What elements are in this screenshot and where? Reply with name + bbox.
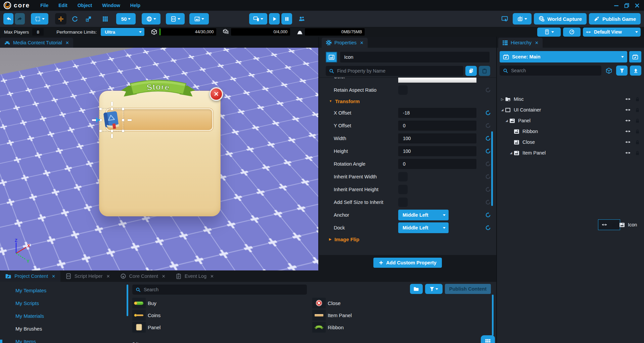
scene-manager-button[interactable] xyxy=(629,51,641,62)
menu-help[interactable]: Help xyxy=(125,3,145,8)
reset-icon[interactable] xyxy=(485,136,491,141)
visibility-eye-icon[interactable] xyxy=(625,96,631,102)
script-tool-dropdown[interactable] xyxy=(166,13,185,25)
new-folder-button[interactable] xyxy=(410,284,423,294)
close-tab-icon[interactable]: ✕ xyxy=(535,40,539,45)
visibility-eye-icon[interactable] xyxy=(601,222,607,228)
menu-object[interactable]: Object xyxy=(73,3,97,8)
filter-dropdown[interactable] xyxy=(425,284,443,294)
grid-snap-button[interactable] xyxy=(100,13,110,25)
play-button[interactable] xyxy=(269,13,280,25)
scene-3d-view[interactable]: Store ✕ xyxy=(0,48,318,270)
section-image-flip[interactable]: ▶ Image Flip xyxy=(319,234,496,244)
asset-item-panel[interactable]: Item Panel xyxy=(312,309,492,321)
find-property-searchbox[interactable] xyxy=(326,66,463,76)
reset-icon[interactable] xyxy=(485,87,491,93)
width-field[interactable]: 100 xyxy=(398,133,476,143)
default-view-dropdown[interactable]: Default View xyxy=(583,28,641,37)
content-scrollbar[interactable] xyxy=(492,295,494,336)
selection-handle[interactable] xyxy=(99,130,102,132)
snap-size-dropdown[interactable]: 50 xyxy=(116,13,136,25)
minimize-icon[interactable] xyxy=(613,3,619,8)
restore-window-icon[interactable] xyxy=(624,3,630,8)
color-swatch[interactable] xyxy=(398,78,476,83)
selection-handle[interactable] xyxy=(111,108,113,110)
camera-bot-dropdown[interactable] xyxy=(513,13,532,25)
reset-icon[interactable] xyxy=(485,174,491,180)
store-close-button[interactable]: ✕ xyxy=(210,87,223,101)
close-tab-icon[interactable]: ✕ xyxy=(360,40,364,45)
visibility-eye-icon[interactable] xyxy=(625,107,631,113)
tab-event-log[interactable]: Event Log ✕ xyxy=(171,270,219,282)
hierarchy-search-input[interactable] xyxy=(510,68,598,74)
selection-handle[interactable] xyxy=(111,130,113,132)
collapse-caret-icon[interactable]: ◢ xyxy=(504,119,509,122)
selection-handle[interactable] xyxy=(122,130,124,132)
reset-icon[interactable] xyxy=(485,225,491,231)
publish-content-button[interactable]: Publish Content xyxy=(445,284,491,294)
move-tool-button[interactable] xyxy=(55,13,66,25)
height-field[interactable]: 100 xyxy=(398,146,476,156)
reset-icon[interactable] xyxy=(485,110,491,116)
y-offset-field[interactable]: 0 xyxy=(398,121,476,131)
tab-properties[interactable]: Properties ✕ xyxy=(322,38,368,48)
content-searchbox[interactable] xyxy=(132,285,307,295)
selection-handle[interactable] xyxy=(99,108,102,110)
close-tab-icon[interactable]: ✕ xyxy=(162,274,166,279)
anchor-dropdown[interactable]: Middle Left xyxy=(398,210,449,220)
max-players-value[interactable]: 8 xyxy=(32,28,44,36)
tree-node-panel[interactable]: ◢ Panel xyxy=(498,115,643,126)
visibility-eye-icon[interactable] xyxy=(625,139,631,145)
expand-caret-icon[interactable]: ▷ xyxy=(500,97,505,101)
redo-button[interactable] xyxy=(15,13,25,25)
hierarchy-filter-button[interactable] xyxy=(616,66,628,76)
tab-media-content-tutorial[interactable]: Media Content Tutorial ✕ xyxy=(0,38,73,48)
rotate-tool-button[interactable] xyxy=(70,13,80,25)
tree-node-icon-selected[interactable]: Icon xyxy=(598,219,620,230)
selection-box[interactable] xyxy=(100,109,123,131)
tree-node-item-panel[interactable]: ◢ Item Panel xyxy=(498,147,643,158)
find-property-input[interactable] xyxy=(336,68,460,74)
lock-icon[interactable] xyxy=(635,140,640,145)
performance-limits-dropdown[interactable]: Ultra xyxy=(101,28,144,36)
object-name-field[interactable] xyxy=(340,52,490,62)
menu-file[interactable]: File xyxy=(35,3,53,8)
world-capture-button[interactable]: World Capture xyxy=(534,13,587,25)
tab-core-content[interactable]: Core Content ✕ xyxy=(115,270,171,282)
add-custom-property-button[interactable]: Add Custom Property xyxy=(373,258,442,268)
visibility-eye-icon[interactable] xyxy=(625,118,631,124)
select-tool-dropdown[interactable] xyxy=(31,13,48,25)
lock-icon[interactable] xyxy=(635,151,640,156)
lock-icon[interactable] xyxy=(635,129,640,134)
sidebar-item-my-scripts[interactable]: My Scripts xyxy=(0,297,127,309)
world-space-dropdown[interactable] xyxy=(142,13,160,25)
selection-handle[interactable] xyxy=(122,119,124,121)
store-ribbon[interactable]: Store xyxy=(119,79,197,100)
reset-icon[interactable] xyxy=(485,123,491,129)
hierarchy-searchbox[interactable] xyxy=(500,66,601,76)
reset-icon[interactable] xyxy=(485,212,491,218)
pause-button[interactable] xyxy=(281,13,292,25)
content-search-input[interactable] xyxy=(143,287,304,293)
add-self-size-checkbox[interactable] xyxy=(398,198,408,207)
collapse-caret-icon[interactable]: ◢ xyxy=(500,108,505,112)
multiplayer-preview-button[interactable] xyxy=(296,13,307,25)
undo-button[interactable] xyxy=(3,13,13,25)
collapse-caret-icon[interactable]: ◢ xyxy=(508,151,514,155)
show-3d-objects-button[interactable] xyxy=(604,66,614,76)
menu-window[interactable]: Window xyxy=(97,3,125,8)
close-tab-icon[interactable]: ✕ xyxy=(210,274,214,279)
terrain-tool-dropdown[interactable] xyxy=(189,13,209,25)
sidebar-item-my-items[interactable]: My Items xyxy=(0,335,127,343)
dock-dropdown[interactable]: Middle Left xyxy=(398,222,449,233)
close-tab-icon[interactable]: ✕ xyxy=(65,40,69,45)
scale-tool-button[interactable] xyxy=(83,13,93,25)
hierarchy-export-button[interactable] xyxy=(630,66,641,76)
scene-selector-dropdown[interactable]: Scene: Main xyxy=(500,51,627,62)
tree-node-misc[interactable]: ▷ Misc xyxy=(498,94,643,104)
lock-icon[interactable] xyxy=(611,222,616,227)
publish-game-button[interactable]: Publish Game xyxy=(589,13,641,25)
retain-aspect-checkbox[interactable] xyxy=(398,85,408,95)
reset-icon[interactable] xyxy=(485,148,491,154)
copy-properties-button[interactable] xyxy=(465,66,477,76)
